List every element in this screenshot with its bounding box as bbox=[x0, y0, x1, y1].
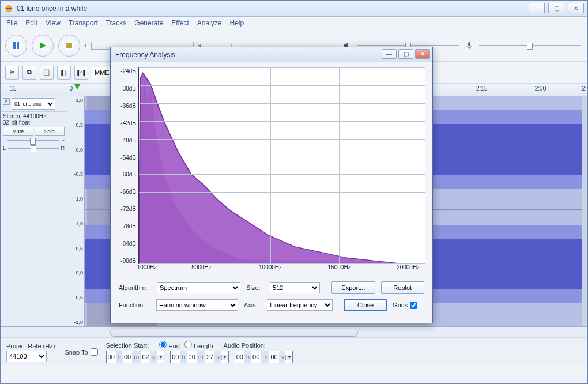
mute-button[interactable]: Mute bbox=[3, 127, 33, 136]
maximize-button[interactable]: ▢ bbox=[548, 3, 564, 13]
timeline-tick: 0 bbox=[69, 85, 73, 92]
size-label: Size: bbox=[246, 284, 264, 291]
solo-button[interactable]: Solo bbox=[35, 127, 65, 136]
menu-file[interactable]: File bbox=[6, 19, 17, 27]
axis-label: Axis: bbox=[244, 302, 261, 308]
svg-marker-4 bbox=[40, 42, 46, 49]
track-format: Stereo, 44100Hz bbox=[3, 113, 65, 119]
spectrum-plot[interactable] bbox=[138, 67, 425, 264]
vertical-scrollbar[interactable] bbox=[582, 96, 587, 326]
microphone-icon bbox=[465, 42, 473, 50]
timeline-tick: 2:15 bbox=[476, 85, 487, 92]
input-volume-slider[interactable] bbox=[479, 45, 581, 46]
timeline-tick: 2:45 bbox=[582, 85, 588, 92]
menu-view[interactable]: View bbox=[46, 19, 61, 27]
length-radio[interactable] bbox=[184, 341, 192, 348]
gain-slider[interactable] bbox=[7, 140, 59, 141]
dialog-minimize-button[interactable]: — bbox=[382, 49, 397, 59]
menubar: File Edit View Transport Tracks Generate… bbox=[1, 17, 587, 29]
trim-button[interactable]: ‖‖ bbox=[57, 66, 71, 80]
function-select[interactable]: Hanning window bbox=[156, 299, 238, 311]
plot-x-axis: 1000Hz5000Hz10000Hz15000Hz20000Hz bbox=[138, 264, 425, 276]
dialog-title: Frequency Analysis bbox=[115, 51, 175, 59]
window-title: 01 lone once in a while bbox=[17, 5, 87, 13]
pan-slider[interactable] bbox=[8, 148, 58, 149]
paste-button[interactable]: 📋 bbox=[40, 66, 54, 80]
svg-rect-1 bbox=[6, 8, 12, 9]
menu-generate[interactable]: Generate bbox=[134, 19, 163, 27]
svg-rect-5 bbox=[66, 43, 72, 48]
timeline-tick: -15 bbox=[8, 85, 16, 92]
project-rate-label: Project Rate (Hz): bbox=[6, 342, 56, 349]
amplitude-scale-top: 1,00,50,0-0,5-1,01,00,50,0-0,5-1,0 bbox=[67, 96, 85, 326]
snap-to-checkbox[interactable] bbox=[91, 348, 98, 356]
svg-rect-7 bbox=[468, 42, 470, 46]
menu-help[interactable]: Help bbox=[230, 19, 244, 27]
selection-start-label: Selection Start: bbox=[106, 342, 149, 349]
algorithm-label: Algorithm: bbox=[119, 284, 151, 291]
cut-button[interactable]: ✂ bbox=[5, 66, 19, 80]
menu-edit[interactable]: Edit bbox=[25, 19, 37, 27]
audio-position-label: Audio Position: bbox=[224, 342, 266, 349]
frequency-analysis-dialog: Frequency Analysis — ▢ ✕ -24dB-30dB-36dB… bbox=[110, 47, 433, 323]
export-button[interactable]: Export... bbox=[331, 281, 375, 294]
project-rate-select[interactable]: 44100 bbox=[6, 351, 47, 362]
grids-label: Grids bbox=[393, 302, 408, 308]
silence-button[interactable]: ‖◦‖ bbox=[74, 66, 88, 80]
algorithm-select[interactable]: Spectrum bbox=[157, 282, 240, 293]
replot-button[interactable]: Replot bbox=[381, 281, 424, 294]
horizontal-scrollbar[interactable] bbox=[1, 327, 587, 337]
pause-button[interactable] bbox=[5, 35, 27, 57]
selection-start-time[interactable]: 00h 00m 02s▾ bbox=[106, 351, 165, 363]
track-close-button[interactable]: × bbox=[3, 98, 10, 105]
playhead-marker[interactable] bbox=[74, 84, 81, 89]
stop-button[interactable] bbox=[58, 35, 80, 57]
play-button[interactable] bbox=[32, 35, 54, 57]
end-radio[interactable] bbox=[159, 341, 167, 348]
meter-L-label: L bbox=[85, 43, 88, 48]
menu-transport[interactable]: Transport bbox=[69, 19, 98, 27]
output-volume-slider[interactable] bbox=[357, 45, 459, 46]
close-button[interactable]: Close bbox=[344, 299, 387, 311]
track-menu[interactable]: 01 lone onc bbox=[12, 98, 55, 110]
dialog-close-button[interactable]: ✕ bbox=[415, 49, 430, 59]
menu-effect[interactable]: Effect bbox=[171, 19, 189, 27]
axis-select[interactable]: Linear frequency bbox=[267, 299, 333, 311]
track-bitdepth: 32-bit float bbox=[3, 119, 65, 126]
size-select[interactable]: 512 bbox=[270, 282, 320, 293]
minimize-button[interactable]: — bbox=[529, 3, 545, 13]
close-window-button[interactable]: ✕ bbox=[568, 3, 584, 13]
selection-end-time[interactable]: 00h 00m 27s▾ bbox=[170, 351, 229, 363]
copy-button[interactable]: ⧉ bbox=[22, 66, 36, 80]
grids-checkbox[interactable] bbox=[410, 302, 417, 309]
audio-position-time[interactable]: 00h 00m 00s▾ bbox=[235, 351, 293, 363]
app-icon bbox=[4, 4, 13, 13]
snap-to-label: Snap To bbox=[65, 349, 88, 356]
timeline-tick: 2:30 bbox=[535, 85, 546, 92]
dialog-maximize-button[interactable]: ▢ bbox=[398, 49, 413, 59]
menu-analyze[interactable]: Analyze bbox=[197, 19, 222, 27]
function-label: Function: bbox=[119, 302, 150, 308]
plot-y-axis: -24dB-30dB-36dB-42dB-48dB-54dB-60dB-66dB… bbox=[115, 67, 138, 264]
svg-rect-2 bbox=[13, 42, 16, 49]
svg-rect-3 bbox=[17, 42, 19, 49]
menu-tracks[interactable]: Tracks bbox=[106, 19, 127, 27]
